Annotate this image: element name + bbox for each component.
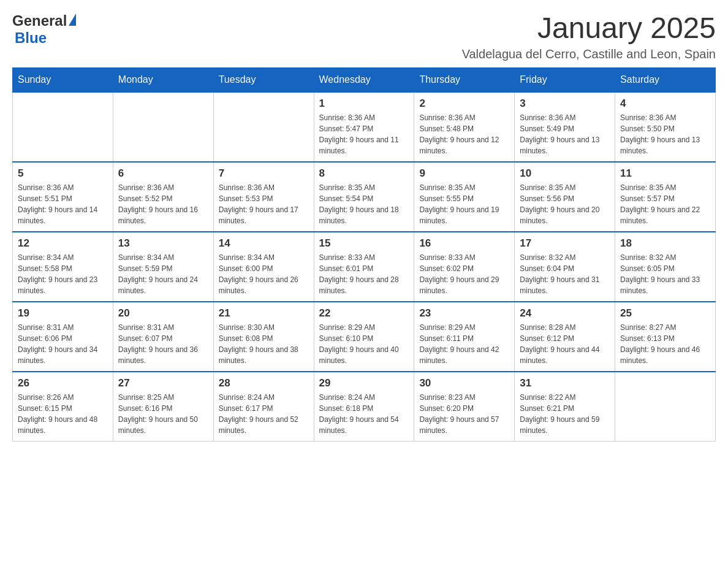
day-number: 5 <box>18 167 108 180</box>
day-info: Sunrise: 8:34 AM Sunset: 6:00 PM Dayligh… <box>219 252 309 296</box>
day-number: 2 <box>419 98 509 110</box>
day-number: 8 <box>319 167 409 180</box>
day-info: Sunrise: 8:36 AM Sunset: 5:49 PM Dayligh… <box>520 112 610 156</box>
calendar-cell: 5Sunrise: 8:36 AM Sunset: 5:51 PM Daylig… <box>13 162 113 232</box>
calendar-cell: 31Sunrise: 8:22 AM Sunset: 6:21 PM Dayli… <box>515 372 615 442</box>
calendar-cell: 1Sunrise: 8:36 AM Sunset: 5:47 PM Daylig… <box>314 92 414 162</box>
day-info: Sunrise: 8:36 AM Sunset: 5:53 PM Dayligh… <box>219 182 309 226</box>
day-info: Sunrise: 8:27 AM Sunset: 6:13 PM Dayligh… <box>620 322 710 366</box>
calendar-cell: 15Sunrise: 8:33 AM Sunset: 6:01 PM Dayli… <box>314 232 414 302</box>
header-wednesday: Wednesday <box>314 67 414 92</box>
day-info: Sunrise: 8:34 AM Sunset: 5:58 PM Dayligh… <box>18 252 108 296</box>
day-info: Sunrise: 8:36 AM Sunset: 5:50 PM Dayligh… <box>620 112 710 156</box>
day-number: 16 <box>419 237 509 250</box>
day-number: 12 <box>18 237 108 250</box>
calendar-header-row: SundayMondayTuesdayWednesdayThursdayFrid… <box>13 67 716 92</box>
day-number: 4 <box>620 98 710 110</box>
page-header: General Blue January 2025 Valdelagua del… <box>12 12 716 61</box>
day-number: 15 <box>319 237 409 250</box>
calendar-cell <box>213 92 314 162</box>
week-row-2: 5Sunrise: 8:36 AM Sunset: 5:51 PM Daylig… <box>13 162 716 232</box>
day-info: Sunrise: 8:36 AM Sunset: 5:48 PM Dayligh… <box>419 112 509 156</box>
logo-general-text: General <box>12 12 67 29</box>
header-sunday: Sunday <box>13 67 113 92</box>
day-info: Sunrise: 8:29 AM Sunset: 6:11 PM Dayligh… <box>419 322 509 366</box>
calendar-cell: 30Sunrise: 8:23 AM Sunset: 6:20 PM Dayli… <box>414 372 515 442</box>
day-info: Sunrise: 8:35 AM Sunset: 5:54 PM Dayligh… <box>319 182 409 226</box>
day-info: Sunrise: 8:24 AM Sunset: 6:17 PM Dayligh… <box>219 392 309 436</box>
calendar-cell: 16Sunrise: 8:33 AM Sunset: 6:02 PM Dayli… <box>414 232 515 302</box>
header-monday: Monday <box>113 67 213 92</box>
day-number: 22 <box>319 307 409 320</box>
location-title: Valdelagua del Cerro, Castille and Leon,… <box>462 47 716 61</box>
calendar-cell: 3Sunrise: 8:36 AM Sunset: 5:49 PM Daylig… <box>515 92 615 162</box>
calendar-cell <box>13 92 113 162</box>
day-info: Sunrise: 8:31 AM Sunset: 6:07 PM Dayligh… <box>118 322 208 366</box>
calendar-cell: 28Sunrise: 8:24 AM Sunset: 6:17 PM Dayli… <box>213 372 314 442</box>
day-info: Sunrise: 8:35 AM Sunset: 5:57 PM Dayligh… <box>620 182 710 226</box>
day-number: 28 <box>219 377 309 389</box>
day-number: 29 <box>319 377 409 389</box>
title-section: January 2025 Valdelagua del Cerro, Casti… <box>462 12 716 61</box>
day-number: 30 <box>419 377 509 389</box>
day-number: 10 <box>520 167 610 180</box>
calendar-cell: 2Sunrise: 8:36 AM Sunset: 5:48 PM Daylig… <box>414 92 515 162</box>
day-info: Sunrise: 8:30 AM Sunset: 6:08 PM Dayligh… <box>219 322 309 366</box>
calendar-cell: 9Sunrise: 8:35 AM Sunset: 5:55 PM Daylig… <box>414 162 515 232</box>
calendar-cell: 6Sunrise: 8:36 AM Sunset: 5:52 PM Daylig… <box>113 162 213 232</box>
day-number: 13 <box>118 237 208 250</box>
day-info: Sunrise: 8:36 AM Sunset: 5:51 PM Dayligh… <box>18 182 108 226</box>
header-saturday: Saturday <box>615 67 716 92</box>
day-info: Sunrise: 8:33 AM Sunset: 6:01 PM Dayligh… <box>319 252 409 296</box>
calendar-cell: 26Sunrise: 8:26 AM Sunset: 6:15 PM Dayli… <box>13 372 113 442</box>
day-info: Sunrise: 8:31 AM Sunset: 6:06 PM Dayligh… <box>18 322 108 366</box>
day-number: 19 <box>18 307 108 320</box>
day-info: Sunrise: 8:28 AM Sunset: 6:12 PM Dayligh… <box>520 322 610 366</box>
day-info: Sunrise: 8:24 AM Sunset: 6:18 PM Dayligh… <box>319 392 409 436</box>
header-thursday: Thursday <box>414 67 515 92</box>
day-number: 25 <box>620 307 710 320</box>
day-number: 7 <box>219 167 309 180</box>
day-info: Sunrise: 8:35 AM Sunset: 5:55 PM Dayligh… <box>419 182 509 226</box>
calendar-cell: 10Sunrise: 8:35 AM Sunset: 5:56 PM Dayli… <box>515 162 615 232</box>
header-tuesday: Tuesday <box>213 67 314 92</box>
calendar-cell <box>615 372 716 442</box>
day-info: Sunrise: 8:32 AM Sunset: 6:05 PM Dayligh… <box>620 252 710 296</box>
day-number: 9 <box>419 167 509 180</box>
day-number: 14 <box>219 237 309 250</box>
month-title: January 2025 <box>462 12 716 45</box>
calendar-cell: 21Sunrise: 8:30 AM Sunset: 6:08 PM Dayli… <box>213 302 314 372</box>
day-info: Sunrise: 8:33 AM Sunset: 6:02 PM Dayligh… <box>419 252 509 296</box>
week-row-3: 12Sunrise: 8:34 AM Sunset: 5:58 PM Dayli… <box>13 232 716 302</box>
day-number: 31 <box>520 377 610 389</box>
calendar-cell: 4Sunrise: 8:36 AM Sunset: 5:50 PM Daylig… <box>615 92 716 162</box>
day-info: Sunrise: 8:25 AM Sunset: 6:16 PM Dayligh… <box>118 392 208 436</box>
week-row-4: 19Sunrise: 8:31 AM Sunset: 6:06 PM Dayli… <box>13 302 716 372</box>
calendar-cell: 25Sunrise: 8:27 AM Sunset: 6:13 PM Dayli… <box>615 302 716 372</box>
calendar-table: SundayMondayTuesdayWednesdayThursdayFrid… <box>12 67 716 442</box>
calendar-cell: 23Sunrise: 8:29 AM Sunset: 6:11 PM Dayli… <box>414 302 515 372</box>
day-info: Sunrise: 8:29 AM Sunset: 6:10 PM Dayligh… <box>319 322 409 366</box>
header-friday: Friday <box>515 67 615 92</box>
calendar-cell: 11Sunrise: 8:35 AM Sunset: 5:57 PM Dayli… <box>615 162 716 232</box>
day-info: Sunrise: 8:36 AM Sunset: 5:52 PM Dayligh… <box>118 182 208 226</box>
day-info: Sunrise: 8:22 AM Sunset: 6:21 PM Dayligh… <box>520 392 610 436</box>
calendar-cell <box>113 92 213 162</box>
day-number: 23 <box>419 307 509 320</box>
logo: General Blue <box>12 12 76 47</box>
day-number: 20 <box>118 307 208 320</box>
calendar-cell: 13Sunrise: 8:34 AM Sunset: 5:59 PM Dayli… <box>113 232 213 302</box>
day-number: 3 <box>520 98 610 110</box>
day-info: Sunrise: 8:36 AM Sunset: 5:47 PM Dayligh… <box>319 112 409 156</box>
day-number: 18 <box>620 237 710 250</box>
day-number: 26 <box>18 377 108 389</box>
day-number: 27 <box>118 377 208 389</box>
day-number: 1 <box>319 98 409 110</box>
week-row-5: 26Sunrise: 8:26 AM Sunset: 6:15 PM Dayli… <box>13 372 716 442</box>
calendar-cell: 29Sunrise: 8:24 AM Sunset: 6:18 PM Dayli… <box>314 372 414 442</box>
calendar-cell: 20Sunrise: 8:31 AM Sunset: 6:07 PM Dayli… <box>113 302 213 372</box>
calendar-cell: 14Sunrise: 8:34 AM Sunset: 6:00 PM Dayli… <box>213 232 314 302</box>
day-info: Sunrise: 8:34 AM Sunset: 5:59 PM Dayligh… <box>118 252 208 296</box>
logo-blue-text: Blue <box>15 29 47 46</box>
day-number: 11 <box>620 167 710 180</box>
